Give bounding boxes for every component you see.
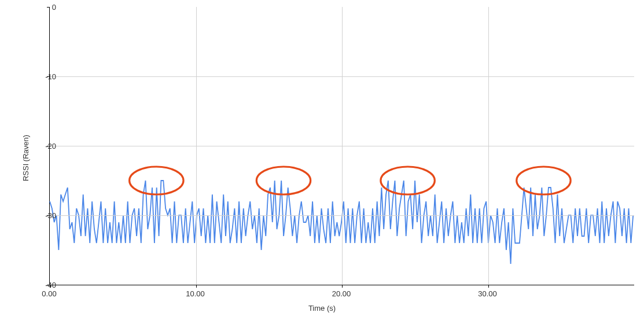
xtick-label: 0.00 [42, 289, 56, 298]
ytick-label: -30 [33, 211, 56, 220]
xtick-mark [488, 285, 489, 288]
ytick-label: -10 [33, 72, 56, 81]
gridline-v [196, 7, 197, 285]
xtick-mark [196, 285, 197, 288]
xtick-label: 30.00 [478, 289, 497, 298]
ytick-label: 0 [33, 3, 56, 12]
y-axis-label: RSSI (Raven) [21, 135, 30, 181]
x-axis-label: Time (s) [308, 304, 336, 313]
ytick-label: -20 [33, 142, 56, 150]
xtick-label: 10.00 [186, 289, 205, 298]
xtick-mark [342, 285, 343, 288]
annotation-ellipse [517, 167, 571, 194]
annotation-ellipse [381, 167, 435, 194]
annotation-ellipse [256, 167, 310, 194]
ytick-label: -40 [33, 281, 56, 289]
gridline-v [488, 7, 489, 285]
rssi-chart: RSSI (Raven) Time (s) 0-10-20-30-400.001… [0, 0, 644, 316]
gridline-v [342, 7, 343, 285]
xtick-label: 20.00 [332, 289, 351, 298]
plot-area [49, 7, 634, 285]
